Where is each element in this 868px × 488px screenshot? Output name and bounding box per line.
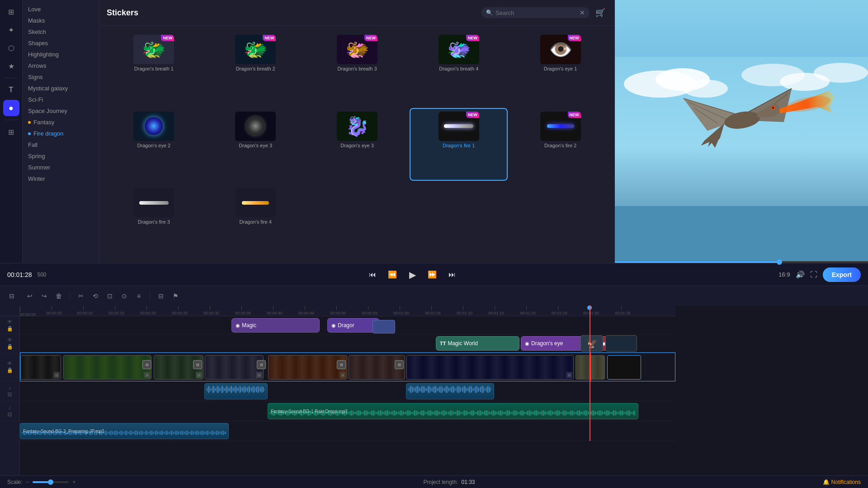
cart-icon[interactable]: 🛒 [593,5,608,20]
delete-btn[interactable]: 🗑 [52,290,65,302]
flag-btn[interactable]: ⚑ [169,290,182,302]
sticker-item-3[interactable]: 🐲 NEW Dragon's breath 4 [410,31,508,104]
sticker-item-9[interactable]: NEW Dragon's fire 2 [511,108,609,181]
timeline-scroll[interactable]: 00:00:00 00:00:05 00:00:10 00:00:15 00:0… [20,305,868,475]
track-lock-icon[interactable]: 🔒 [7,326,13,332]
sticker-item-10[interactable]: Dragon's fire 3 [105,184,203,258]
undo-btn[interactable]: ↩ [24,290,36,302]
crop-btn[interactable]: ⊡ [104,290,116,302]
sticker-item-5[interactable]: Dragon's eye 2 [105,108,203,181]
media-icon-btn[interactable]: ⊞ [3,4,19,20]
progress-bar-track[interactable] [615,261,868,263]
sidebar-item-masks[interactable]: Masks [23,15,99,26]
scale-slider-track[interactable] [33,481,69,483]
sticker-item-4[interactable]: 👁️ NEW Dragon's eye 1 [511,31,609,104]
stickers-icon-btn[interactable]: ● [3,100,19,116]
list-btn[interactable]: ≡ [132,290,145,302]
sticker-item-6[interactable]: Dragon's eye 3 [207,108,305,181]
sidebar-item-arrows[interactable]: Arrows [23,60,99,71]
ruler-70s: 00:01:10 [463,305,463,310]
search-clear-icon[interactable]: ✕ [580,9,585,16]
new-badge-9: NEW [568,112,581,118]
sticker-item-0[interactable]: 🐲 NEW Dragon's breath 1 [105,31,203,104]
notifications-section[interactable]: 🔔 Notifications [823,479,861,485]
sidebar-item-sketch[interactable]: Sketch [23,26,99,38]
track-music-icon2[interactable]: ♪ [9,405,11,410]
track-lock-icon3[interactable]: 🔒 [7,367,13,373]
skip-start-btn[interactable]: ⏮ [365,267,380,282]
preview-thumb-1[interactable]: 🦅 [580,335,603,352]
sticker-item-11[interactable]: Dragon's fire 4 [207,184,305,258]
play-pause-btn[interactable]: ▶ [405,267,420,282]
sticker-item-8[interactable]: NEW Dragon's fire 1 [410,108,508,181]
text-block-dragor[interactable]: ◉ Dragor [327,318,379,333]
video-clip-6[interactable]: ⊟ [406,355,574,380]
transition-3[interactable]: ⊟ [337,360,346,369]
preview-thumb-2[interactable] [605,335,637,352]
fantasy-dot [28,121,31,124]
elements-icon-btn[interactable]: ⬡ [3,40,19,56]
text-block-magicworld[interactable]: TT Magic World [436,336,519,351]
sidebar-item-shapes[interactable]: Shapes [23,38,99,49]
transition-4[interactable]: ⊟ [395,360,404,369]
video-clip-8[interactable] [607,355,641,380]
blue-rect-overlay[interactable] [373,320,395,333]
sidebar-item-scifi[interactable]: Sci-Fi [23,94,99,105]
video-clip-4[interactable]: ⊟ [268,355,347,380]
transition-2[interactable]: ⊟ [257,360,266,369]
track-eye-icon3[interactable]: 👁 [7,361,12,366]
monitor-btn[interactable]: ⊟ [155,290,167,302]
frame-fwd-btn[interactable]: ⏩ [425,267,439,282]
text-block-magic[interactable]: ◉ Magic [231,318,320,333]
circle-btn[interactable]: ⊙ [118,290,131,302]
scale-slider-thumb[interactable] [48,479,53,485]
sidebar-item-winter[interactable]: Winter [23,173,99,184]
track-chain-icon[interactable]: ⛓ [7,392,12,397]
track-eye-icon2[interactable]: 👁 [7,337,12,343]
redo-btn[interactable]: ↪ [38,290,51,302]
stickers-search-area: 🔍 ✕ 🛒 [481,5,608,20]
track-lock-icon2[interactable]: 🔒 [7,344,13,350]
grid-icon-btn[interactable]: ⊞ [3,124,19,140]
cut-btn[interactable]: ✂ [75,290,87,302]
sidebar-item-firedragon[interactable]: Fire dragon [23,128,99,139]
sidebar-item-signs[interactable]: Signs [23,71,99,83]
track-settings-btn[interactable]: ⊟ [5,290,18,302]
sidebar-item-mystical[interactable]: Mystical galaxy [23,83,99,94]
video-clip-0[interactable]: ⊟ [20,355,61,380]
sticker-item-1[interactable]: 🐲 NEW Dragon's breath 2 [207,31,305,104]
sidebar-item-fall[interactable]: Fall [23,139,99,150]
sticker-item-7[interactable]: 🐉 Dragon's eye 3 [308,108,406,181]
sidebar-item-love[interactable]: Love [23,4,99,15]
track-eye-icon[interactable]: 👁 [7,319,12,324]
frame-back-btn[interactable]: ⏪ [385,267,400,282]
fullscreen-icon[interactable]: ⛶ [810,271,817,279]
video-clip-3[interactable]: ⊟ [205,355,264,380]
star-icon-btn[interactable]: ★ [3,58,19,74]
scale-label: Scale: [7,479,22,485]
timeline-inner: 00:00:00 00:00:05 00:00:10 00:00:15 00:0… [20,305,675,441]
video-clip-1[interactable]: ⊟ [63,355,151,380]
volume-icon[interactable]: 🔊 [796,270,805,279]
sticker-label-4: Dragon's eye 1 [544,66,577,71]
text-icon-btn[interactable]: T [3,82,19,98]
sidebar-item-fantasy[interactable]: Fantasy [23,117,99,128]
sidebar-item-highlighting[interactable]: Highlighting [23,49,99,60]
search-input[interactable] [495,9,577,16]
track-chain-icon2[interactable]: ⛓ [7,412,12,417]
sidebar-item-summer[interactable]: Summer [23,162,99,173]
progress-handle[interactable] [777,259,782,265]
export-button[interactable]: Export [823,267,861,282]
sticker-item-2[interactable]: 🐲 NEW Dragon's breath 3 [308,31,406,104]
track-music-icon[interactable]: ♪ [9,385,11,390]
effects-icon-btn[interactable]: ✦ [3,22,19,38]
trim-btn[interactable]: ⟲ [89,290,102,302]
scale-control: Scale: − + [7,479,75,485]
text-track-2: TT Magic World ◉ Dragon's eye ◉ Dr 🦅 [20,334,675,352]
transition-1[interactable]: ⊟ [193,360,202,369]
skip-end-btn[interactable]: ⏭ [445,267,459,282]
sticker-label-0: Dragon's breath 1 [134,66,174,71]
transition-0[interactable]: ⊟ [142,360,151,369]
sidebar-item-space[interactable]: Space Journey [23,105,99,117]
sidebar-item-spring[interactable]: Spring [23,150,99,162]
